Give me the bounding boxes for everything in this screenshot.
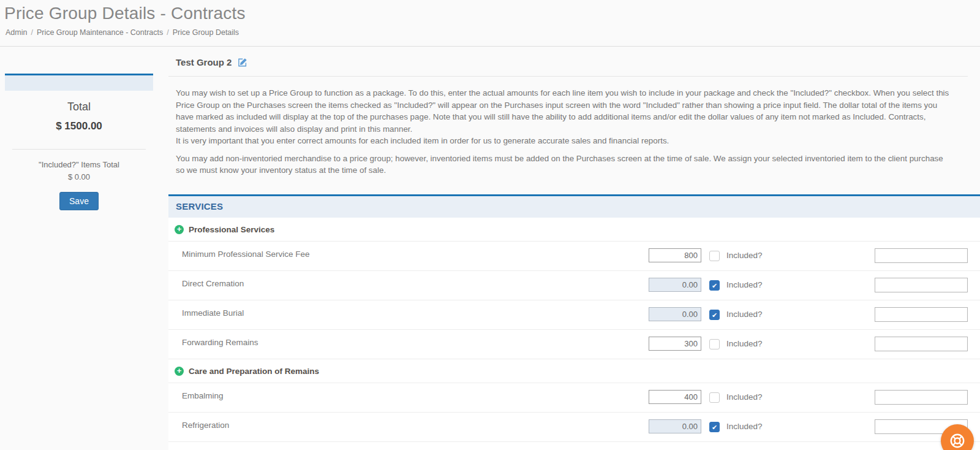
group-divider (168, 76, 968, 77)
item-label: Forwarding Remains (182, 338, 258, 347)
row-aux-input[interactable] (875, 307, 968, 322)
price-item-row: Refrigeration✔Included? (168, 413, 980, 442)
save-button[interactable]: Save (59, 192, 99, 210)
included-label: Included? (726, 310, 763, 319)
services-section: SERVICES +Professional ServicesMinimum P… (168, 194, 980, 450)
inventory-description: You may add non-inventoried merchandise … (176, 153, 949, 177)
item-label: Embalming (182, 391, 224, 400)
price-item-row: Minimum Professional Service FeeIncluded… (168, 242, 980, 271)
price-item-rows: +Professional ServicesMinimum Profession… (168, 218, 980, 442)
included-label: Included? (726, 422, 763, 431)
checkmark-icon: ✔ (712, 282, 717, 289)
total-value: $ 1500.00 (5, 120, 153, 132)
price-item-row: Direct Cremation✔Included? (168, 271, 980, 300)
amount-input[interactable] (649, 390, 701, 404)
category-row: +Professional Services (168, 218, 980, 242)
total-label: Total (5, 101, 153, 113)
amount-input (649, 307, 701, 321)
add-item-icon[interactable]: + (175, 225, 184, 234)
row-aux-input[interactable] (875, 248, 968, 263)
amount-input (649, 419, 701, 433)
row-aux-input[interactable] (875, 337, 968, 351)
breadcrumb-separator: / (31, 28, 32, 37)
included-items-total-label: "Included?" Items Total (5, 160, 153, 169)
summary-panel-header (5, 74, 153, 91)
price-item-row: Immediate Burial✔Included? (168, 300, 980, 330)
sidebar-divider (12, 149, 146, 150)
amount-input[interactable] (649, 248, 701, 262)
main-content: Test Group 2 You may wish to set up a Pr… (168, 55, 980, 450)
category-name: Care and Preparation of Remains (189, 367, 319, 376)
included-items-total-value: $ 0.00 (5, 172, 153, 181)
included-label: Included? (726, 339, 763, 348)
edit-icon[interactable] (238, 58, 247, 67)
price-item-row: EmbalmingIncluded? (168, 383, 980, 413)
breadcrumb-item-price-group-maintenance-contracts[interactable]: Price Group Maintenance - Contracts (37, 28, 163, 37)
included-checkbox[interactable] (709, 392, 720, 403)
included-checkbox[interactable]: ✔ (709, 310, 720, 320)
included-checkbox[interactable]: ✔ (709, 422, 720, 432)
breadcrumb-item-price-group-details: Price Group Details (173, 28, 239, 37)
item-label: Refrigeration (182, 421, 229, 430)
row-aux-input[interactable] (875, 278, 968, 292)
row-aux-input[interactable] (875, 390, 968, 405)
amount-input[interactable] (649, 337, 701, 351)
package-description: You may wish to set up a Price Group to … (176, 87, 949, 147)
page-title: Price Group Details - Contracts (4, 4, 246, 23)
amount-input (649, 278, 701, 292)
summary-panel: Total $ 1500.00 "Included?" Items Total … (5, 74, 153, 210)
lifebuoy-icon (948, 432, 967, 450)
section-header-services: SERVICES (168, 194, 980, 218)
item-label: Direct Cremation (182, 279, 244, 288)
group-name: Test Group 2 (176, 57, 232, 67)
item-label: Immediate Burial (182, 308, 244, 318)
included-checkbox[interactable] (709, 339, 720, 349)
item-label: Minimum Professional Service Fee (182, 250, 310, 259)
category-name: Professional Services (189, 225, 274, 234)
included-checkbox[interactable] (709, 251, 720, 261)
page-header: Price Group Details - Contracts Admin/Pr… (0, 0, 980, 47)
checkmark-icon: ✔ (712, 311, 717, 319)
category-row: +Care and Preparation of Remains (168, 359, 980, 383)
breadcrumb-item-admin[interactable]: Admin (6, 28, 27, 37)
included-checkbox[interactable]: ✔ (709, 280, 720, 291)
add-item-icon[interactable]: + (175, 367, 184, 376)
breadcrumb: Admin/Price Group Maintenance - Contract… (6, 28, 239, 37)
checkmark-icon: ✔ (712, 424, 717, 431)
included-label: Included? (726, 251, 763, 260)
breadcrumb-separator: / (167, 28, 168, 37)
included-label: Included? (726, 392, 763, 402)
included-label: Included? (726, 280, 763, 289)
price-item-row: Forwarding RemainsIncluded? (168, 330, 980, 359)
